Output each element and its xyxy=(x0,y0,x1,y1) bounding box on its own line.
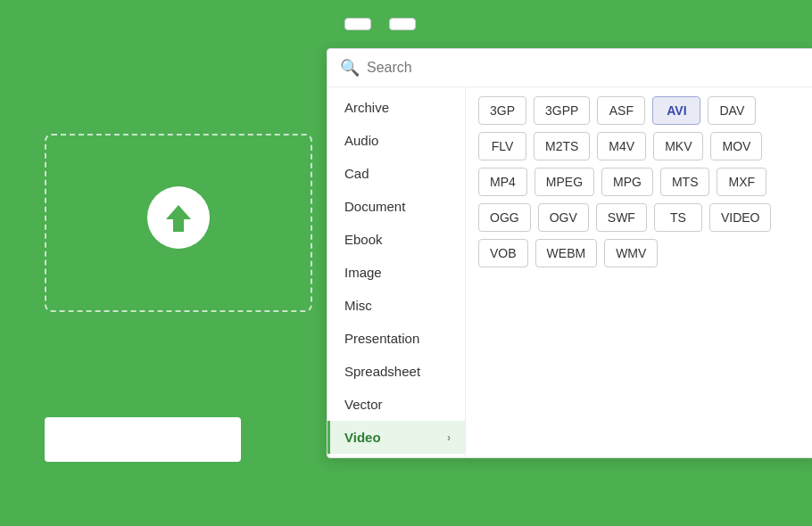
format-btn-mov[interactable]: MOV xyxy=(710,132,762,160)
category-label-archive: Archive xyxy=(344,100,389,115)
category-label-cad: Cad xyxy=(344,166,369,181)
format-btn-mp4[interactable]: MP4 xyxy=(478,168,527,196)
format-btn-swf[interactable]: SWF xyxy=(596,203,647,232)
format-btn-dav[interactable]: DAV xyxy=(708,96,756,125)
choose-files-button[interactable] xyxy=(45,417,241,462)
category-label-ebook: Ebook xyxy=(344,232,383,247)
category-label-audio: Audio xyxy=(344,133,378,148)
upload-arrow-icon xyxy=(161,200,196,235)
format-grid: 3GP3GPPASFAVIDAVFLVM2TSM4VMKVMOVMP4MPEGM… xyxy=(466,87,812,457)
format-btn-ts[interactable]: TS xyxy=(654,203,702,232)
category-label-spreadsheet: Spreadsheet xyxy=(344,364,420,379)
format-btn-mpg[interactable]: MPG xyxy=(601,168,653,196)
upload-area[interactable] xyxy=(45,134,312,312)
format-btn-vob[interactable]: VOB xyxy=(478,239,528,267)
format-btn-mpeg[interactable]: MPEG xyxy=(534,168,594,196)
format-btn-webm[interactable]: WEBM xyxy=(535,239,598,267)
format-btn-flv[interactable]: FLV xyxy=(478,132,526,160)
category-list: ArchiveAudioCadDocumentEbookImageMiscPre… xyxy=(327,87,466,457)
format-btn-ogv[interactable]: OGV xyxy=(538,203,589,232)
to-dropdown[interactable] xyxy=(389,18,416,30)
svg-marker-0 xyxy=(166,205,191,232)
category-item-image[interactable]: Image xyxy=(327,256,465,289)
category-label-video: Video xyxy=(344,430,381,445)
top-bar xyxy=(0,0,812,48)
category-item-ebook[interactable]: Ebook xyxy=(327,223,465,256)
format-btn-mts[interactable]: MTS xyxy=(660,168,710,196)
category-item-document[interactable]: Document xyxy=(327,190,465,223)
format-btn-m4v[interactable]: M4V xyxy=(597,132,646,160)
category-label-vector: Vector xyxy=(344,397,383,412)
from-dropdown[interactable] xyxy=(344,18,371,30)
panel-body: ArchiveAudioCadDocumentEbookImageMiscPre… xyxy=(327,87,812,457)
upload-icon xyxy=(147,186,210,249)
category-label-presentation: Presentation xyxy=(344,331,419,346)
category-label-misc: Misc xyxy=(344,298,372,313)
format-btn-m2ts[interactable]: M2TS xyxy=(534,132,590,160)
search-bar: 🔍 xyxy=(327,49,812,87)
format-btn-asf[interactable]: ASF xyxy=(597,96,645,125)
format-btn-ogg[interactable]: OGG xyxy=(478,203,531,232)
format-btn-video[interactable]: VIDEO xyxy=(709,203,772,232)
category-item-archive[interactable]: Archive xyxy=(327,91,465,124)
search-input[interactable] xyxy=(367,60,795,76)
category-label-image: Image xyxy=(344,265,382,280)
format-btn-3gpp[interactable]: 3GPP xyxy=(534,96,590,125)
search-icon: 🔍 xyxy=(340,58,360,78)
chevron-right-icon: › xyxy=(447,431,451,444)
format-btn-avi[interactable]: AVI xyxy=(652,96,700,125)
left-text-area xyxy=(0,45,330,86)
category-item-video[interactable]: Video› xyxy=(327,421,465,454)
category-item-cad[interactable]: Cad xyxy=(327,157,465,190)
format-btn-mkv[interactable]: MKV xyxy=(653,132,703,160)
format-btn-3gp[interactable]: 3GP xyxy=(478,96,526,125)
category-item-audio[interactable]: Audio xyxy=(327,124,465,157)
format-btn-mxf[interactable]: MXF xyxy=(717,168,766,196)
category-item-vector[interactable]: Vector xyxy=(327,388,465,421)
category-item-presentation[interactable]: Presentation xyxy=(327,322,465,355)
category-item-spreadsheet[interactable]: Spreadsheet xyxy=(327,355,465,388)
format-btn-wmv[interactable]: WMV xyxy=(604,239,658,267)
category-label-document: Document xyxy=(344,199,405,214)
category-item-misc[interactable]: Misc xyxy=(327,289,465,322)
format-dropdown-panel: 🔍 ArchiveAudioCadDocumentEbookImageMiscP… xyxy=(327,48,812,458)
